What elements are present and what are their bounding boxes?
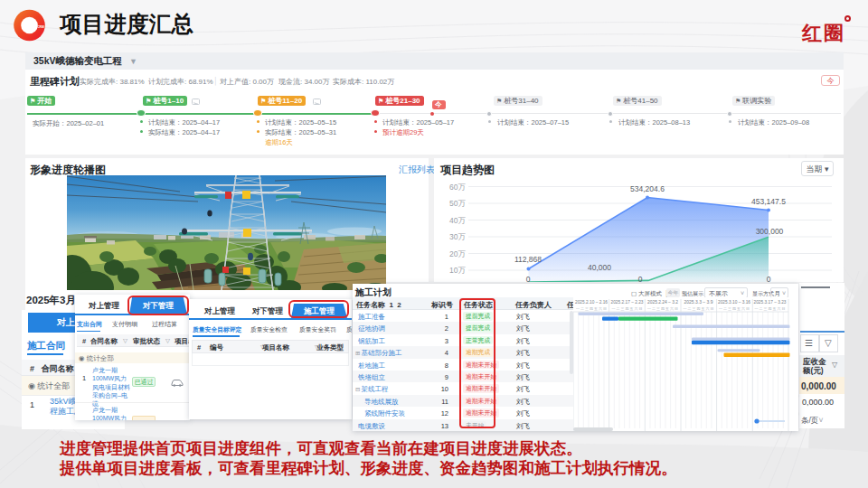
svg-text:2025.3.17 – 3.23: 2025.3.17 – 3.23 <box>754 299 787 305</box>
svg-text:2025.3.3 – 3.9: 2025.3.3 – 3.9 <box>684 299 713 305</box>
svg-text:300,000: 300,000 <box>756 227 784 236</box>
svg-text:2025.2.10 – 2.16: 2025.2.10 – 2.16 <box>575 299 608 305</box>
svg-text:一 二 三 四 五 六 日: 一 二 三 四 五 六 日 <box>719 306 750 311</box>
svg-text:0: 0 <box>526 275 531 282</box>
svg-text:30万: 30万 <box>449 232 466 241</box>
svg-text:CRM: CRM <box>37 25 44 29</box>
svg-text:一 二 三 四 五 六 日: 一 二 三 四 五 六 日 <box>612 306 643 311</box>
svg-text:一 二 三 四 五 六 日: 一 二 三 四 五 六 日 <box>576 306 607 311</box>
svg-text:0: 0 <box>767 275 771 282</box>
svg-text:一 二 三 四 五 六 日: 一 二 三 四 五 六 日 <box>684 306 714 311</box>
svg-text:一 二 三 四 五 六 日: 一 二 三 四 五 六 日 <box>647 306 678 311</box>
svg-text:40万: 40万 <box>449 216 466 225</box>
svg-text:2025.2.17 – 2.23: 2025.2.17 – 2.23 <box>611 299 644 305</box>
svg-text:60万: 60万 <box>449 183 466 192</box>
svg-text:40,000: 40,000 <box>588 263 611 272</box>
svg-text:0: 0 <box>638 275 643 282</box>
svg-text:一 二 三 四 五 六 日: 一 二 三 四 五 六 日 <box>755 306 786 311</box>
svg-text:20万: 20万 <box>449 249 466 258</box>
svg-text:112,868: 112,868 <box>514 255 542 264</box>
svg-text:2025.3.10 – 3.16: 2025.3.10 – 3.16 <box>718 299 750 305</box>
svg-text:10万: 10万 <box>449 266 466 275</box>
svg-text:534,204.6: 534,204.6 <box>630 184 665 193</box>
svg-text:2025.2.24 – 3.2: 2025.2.24 – 3.2 <box>647 299 678 305</box>
svg-text:453,147.5: 453,147.5 <box>751 197 786 206</box>
svg-text:50万: 50万 <box>449 199 466 208</box>
